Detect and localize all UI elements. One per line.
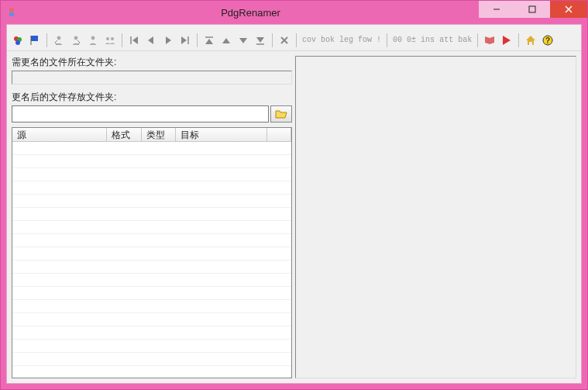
exc-button[interactable]: ! — [375, 36, 383, 44]
svg-marker-30 — [503, 36, 511, 45]
toolbar-sep — [296, 33, 297, 47]
up-icon[interactable] — [218, 33, 234, 48]
first-icon[interactable] — [126, 33, 142, 48]
maximize-button[interactable] — [514, 1, 550, 18]
minimize-button[interactable] — [479, 1, 514, 18]
table-row — [12, 234, 291, 247]
table-row — [12, 155, 291, 168]
last-icon[interactable] — [177, 33, 193, 48]
source-folder-display — [12, 71, 292, 85]
dest-folder-input[interactable] — [12, 105, 269, 123]
book-open-icon[interactable] — [482, 33, 497, 48]
svg-marker-21 — [181, 36, 187, 44]
source-folder-label: 需更名的文件所在文件夹: — [12, 56, 292, 69]
svg-marker-34 — [276, 111, 287, 118]
svg-rect-3 — [529, 6, 535, 12]
table-row — [12, 247, 291, 261]
file-table[interactable]: 源 格式 类型 目标 — [12, 127, 292, 378]
att-button[interactable]: att — [438, 36, 455, 44]
prev-icon[interactable] — [143, 33, 159, 48]
delete-icon[interactable] — [277, 33, 292, 48]
browse-button[interactable] — [270, 105, 292, 123]
svg-marker-31 — [526, 36, 535, 45]
svg-point-8 — [15, 40, 20, 45]
run-icon[interactable] — [499, 33, 514, 48]
svg-point-12 — [74, 36, 78, 40]
app-icon — [5, 6, 18, 19]
table-row — [12, 353, 291, 366]
svg-marker-23 — [205, 39, 213, 44]
toolbar-sep — [272, 33, 273, 47]
table-body — [12, 142, 291, 378]
toolbar: cov bok leg fow ! 00 0± ins att bak ? — [7, 29, 581, 51]
svg-marker-18 — [148, 36, 153, 44]
svg-marker-24 — [222, 38, 230, 43]
table-row — [12, 313, 291, 326]
bottom-icon[interactable] — [253, 33, 268, 48]
table-row — [12, 287, 291, 300]
table-row — [12, 326, 291, 340]
next-icon[interactable] — [160, 33, 176, 48]
person-single-icon[interactable] — [85, 33, 101, 48]
dest-folder-label: 更名后的文件存放文件夹: — [12, 91, 292, 104]
toolbar-sep — [122, 33, 122, 47]
zz2-button[interactable]: 0± — [405, 36, 418, 44]
home-icon[interactable] — [523, 33, 538, 48]
cov-button[interactable]: cov — [301, 36, 318, 44]
leg-button[interactable]: leg — [338, 36, 355, 44]
preview-panel — [295, 56, 576, 378]
svg-point-14 — [106, 37, 109, 40]
left-panel: 需更名的文件所在文件夹: 更名后的文件存放文件夹: 源 格式 类型 — [7, 51, 292, 383]
toolbar-sep — [387, 33, 387, 47]
table-row — [12, 340, 291, 353]
help-icon[interactable]: ? — [540, 33, 555, 48]
toolbar-sep — [477, 33, 478, 47]
table-row — [12, 221, 291, 234]
table-row — [12, 142, 291, 155]
person-back-icon[interactable] — [51, 33, 67, 48]
svg-marker-19 — [166, 36, 171, 44]
col-format[interactable]: 格式 — [107, 128, 142, 141]
table-row — [12, 195, 291, 208]
svg-point-0 — [9, 8, 14, 12]
window-title: PdgRenamer — [22, 7, 479, 19]
toolbar-sep — [197, 33, 198, 47]
person-fwd-icon[interactable] — [68, 33, 84, 48]
client-area: cov bok leg fow ! 00 0± ins att bak ? — [6, 24, 582, 384]
col-extra[interactable] — [267, 128, 291, 141]
fow-button[interactable]: fow — [356, 36, 373, 44]
toolbar-sep — [518, 33, 519, 47]
bak-button[interactable]: bak — [456, 36, 473, 44]
svg-point-15 — [111, 37, 114, 40]
svg-marker-25 — [239, 38, 247, 43]
top-icon[interactable] — [201, 33, 217, 48]
svg-rect-1 — [9, 12, 14, 16]
rgb-balls-icon[interactable] — [10, 33, 26, 48]
bok-button[interactable]: bok — [319, 36, 336, 44]
window-controls — [479, 1, 587, 24]
main-area: 需更名的文件所在文件夹: 更名后的文件存放文件夹: 源 格式 类型 — [7, 51, 581, 383]
col-type[interactable]: 类型 — [142, 128, 176, 141]
svg-point-13 — [91, 36, 95, 40]
close-button[interactable] — [550, 1, 587, 18]
col-source[interactable]: 源 — [12, 128, 107, 141]
toolbar-sep — [46, 33, 47, 47]
col-target[interactable]: 目标 — [176, 128, 267, 141]
ins-button[interactable]: ins — [419, 36, 436, 44]
table-header: 源 格式 类型 目标 — [12, 128, 291, 142]
table-row — [12, 181, 291, 195]
zz1-button[interactable]: 00 — [391, 36, 404, 44]
table-row — [12, 261, 291, 274]
down-icon[interactable] — [236, 33, 251, 48]
table-row — [12, 274, 291, 287]
table-row — [12, 168, 291, 181]
table-row — [12, 366, 291, 378]
table-row — [12, 208, 291, 221]
folder-open-icon — [275, 109, 287, 119]
app-window: PdgRenamer — [0, 0, 588, 390]
svg-text:?: ? — [545, 36, 550, 45]
flag-icon[interactable] — [27, 33, 43, 48]
svg-marker-17 — [132, 36, 138, 44]
group-icon[interactable] — [102, 33, 118, 48]
titlebar: PdgRenamer — [1, 1, 587, 24]
